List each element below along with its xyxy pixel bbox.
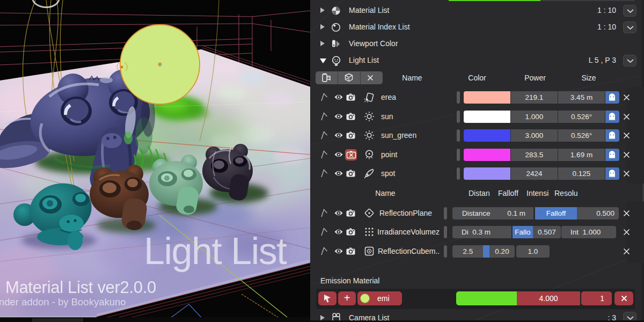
svg-text:nder addon - by Bookyakuno: nder addon - by Bookyakuno [0,296,126,308]
svg-text:Light List: Light List [144,230,287,272]
svg-text:l Material List ver2.0.0: l Material List ver2.0.0 [0,278,156,297]
